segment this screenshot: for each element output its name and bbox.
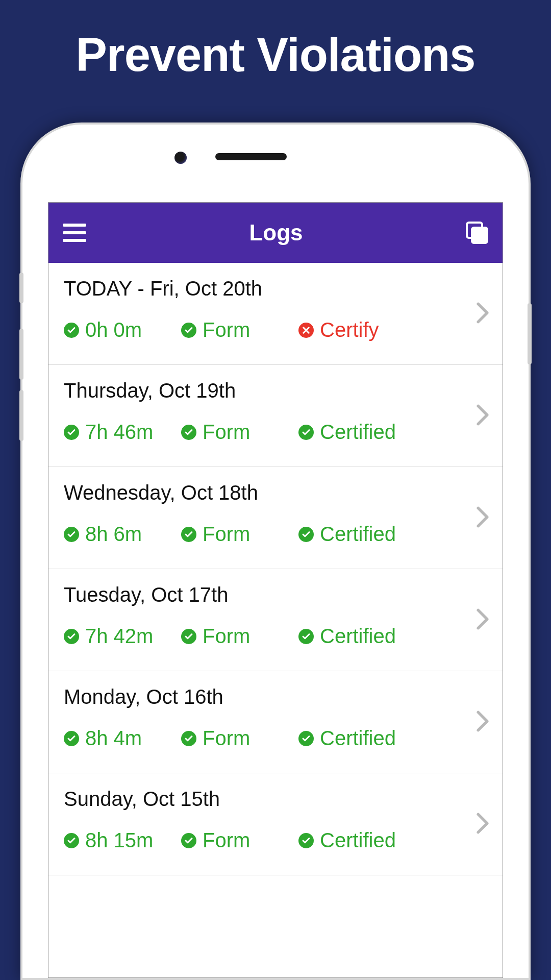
log-duration: 0h 0m xyxy=(64,318,181,341)
phone-speaker xyxy=(215,153,287,160)
log-form: Form xyxy=(181,421,298,444)
log-certify: Certified xyxy=(298,523,396,546)
log-stats: 8h 4mFormCertified xyxy=(64,727,487,750)
chevron-right-icon xyxy=(475,404,490,428)
check-circle-icon xyxy=(64,425,79,440)
check-circle-icon xyxy=(64,833,79,848)
log-form-label: Form xyxy=(203,421,250,444)
check-circle-icon xyxy=(64,527,79,542)
phone-side-button xyxy=(19,390,23,441)
log-row[interactable]: Monday, Oct 16th8h 4mFormCertified xyxy=(48,671,503,773)
log-date: Sunday, Oct 15th xyxy=(64,788,487,811)
log-duration: 8h 6m xyxy=(64,523,181,546)
log-certify-label: Certified xyxy=(320,727,396,750)
check-circle-icon xyxy=(181,323,196,338)
log-duration-label: 7h 46m xyxy=(85,421,153,444)
log-duration: 7h 42m xyxy=(64,625,181,648)
check-circle-icon xyxy=(181,731,196,746)
log-duration-label: 0h 0m xyxy=(85,318,142,341)
log-certify: Certified xyxy=(298,421,396,444)
phone-side-button xyxy=(528,303,532,364)
check-circle-icon xyxy=(181,425,196,440)
log-form-label: Form xyxy=(203,727,250,750)
log-row[interactable]: Tuesday, Oct 17th7h 42mFormCertified xyxy=(48,569,503,671)
log-duration-label: 8h 4m xyxy=(85,727,142,750)
log-duration: 8h 15m xyxy=(64,829,181,852)
chevron-right-icon xyxy=(475,608,490,632)
log-certify-label: Certified xyxy=(320,625,396,648)
log-form-label: Form xyxy=(203,318,250,341)
log-form: Form xyxy=(181,523,298,546)
log-stats: 8h 15mFormCertified xyxy=(64,829,487,852)
log-row[interactable]: Wednesday, Oct 18th8h 6mFormCertified xyxy=(48,467,503,569)
log-stats: 7h 46mFormCertified xyxy=(64,421,487,444)
log-row[interactable]: TODAY - Fri, Oct 20th0h 0mFormCertify xyxy=(48,263,503,365)
log-certify: Certified xyxy=(298,727,396,750)
log-row[interactable]: Thursday, Oct 19th7h 46mFormCertified xyxy=(48,365,503,467)
log-stats: 8h 6mFormCertified xyxy=(64,523,487,546)
log-certify-label: Certified xyxy=(320,523,396,546)
phone-frame: Logs TODAY - Fri, Oct 20th0h 0mFormCerti… xyxy=(20,122,531,980)
log-stats: 0h 0mFormCertify xyxy=(64,318,487,341)
log-date: TODAY - Fri, Oct 20th xyxy=(64,277,487,300)
header-title: Logs xyxy=(249,220,303,246)
check-circle-icon xyxy=(64,629,79,644)
chevron-right-icon xyxy=(475,506,490,530)
log-certify: Certify xyxy=(298,318,379,341)
phone-camera xyxy=(174,152,187,164)
log-certify-label: Certified xyxy=(320,421,396,444)
check-circle-icon xyxy=(298,425,314,440)
log-form: Form xyxy=(181,829,298,852)
log-form-label: Form xyxy=(203,625,250,648)
check-circle-icon xyxy=(181,527,196,542)
chevron-right-icon xyxy=(475,302,490,326)
log-form: Form xyxy=(181,625,298,648)
check-circle-icon xyxy=(181,833,196,848)
hero-title: Prevent Violations xyxy=(0,0,551,82)
log-duration: 8h 4m xyxy=(64,727,181,750)
log-form: Form xyxy=(181,727,298,750)
log-certify-label: Certified xyxy=(320,829,396,852)
check-circle-icon xyxy=(64,731,79,746)
log-stats: 7h 42mFormCertified xyxy=(64,625,487,648)
x-circle-icon xyxy=(298,323,314,338)
log-certify: Certified xyxy=(298,625,396,648)
log-date: Monday, Oct 16th xyxy=(64,685,487,708)
check-circle-icon xyxy=(181,629,196,644)
log-duration-label: 8h 6m xyxy=(85,523,142,546)
chevron-right-icon xyxy=(475,812,490,837)
log-form-label: Form xyxy=(203,523,250,546)
check-circle-icon xyxy=(64,323,79,338)
menu-button[interactable] xyxy=(63,224,86,242)
log-duration-label: 8h 15m xyxy=(85,829,153,852)
phone-side-button xyxy=(19,273,23,303)
check-circle-icon xyxy=(298,527,314,542)
log-form-label: Form xyxy=(203,829,250,852)
log-date: Thursday, Oct 19th xyxy=(64,379,487,402)
check-circle-icon xyxy=(298,833,314,848)
phone-side-button xyxy=(19,329,23,380)
chevron-right-icon xyxy=(475,710,490,734)
log-duration-label: 7h 42m xyxy=(85,625,153,648)
log-certify-label: Certify xyxy=(320,318,379,341)
check-circle-icon xyxy=(298,731,314,746)
log-form: Form xyxy=(181,318,298,341)
log-certify: Certified xyxy=(298,829,396,852)
copy-button[interactable] xyxy=(466,222,488,244)
log-date: Wednesday, Oct 18th xyxy=(64,481,487,504)
log-duration: 7h 46m xyxy=(64,421,181,444)
log-row[interactable]: Sunday, Oct 15th8h 15mFormCertified xyxy=(48,773,503,875)
log-date: Tuesday, Oct 17th xyxy=(64,583,487,606)
check-circle-icon xyxy=(298,629,314,644)
app-screen: Logs TODAY - Fri, Oct 20th0h 0mFormCerti… xyxy=(48,202,503,978)
app-header: Logs xyxy=(48,203,503,263)
logs-list: TODAY - Fri, Oct 20th0h 0mFormCertifyThu… xyxy=(48,263,503,875)
